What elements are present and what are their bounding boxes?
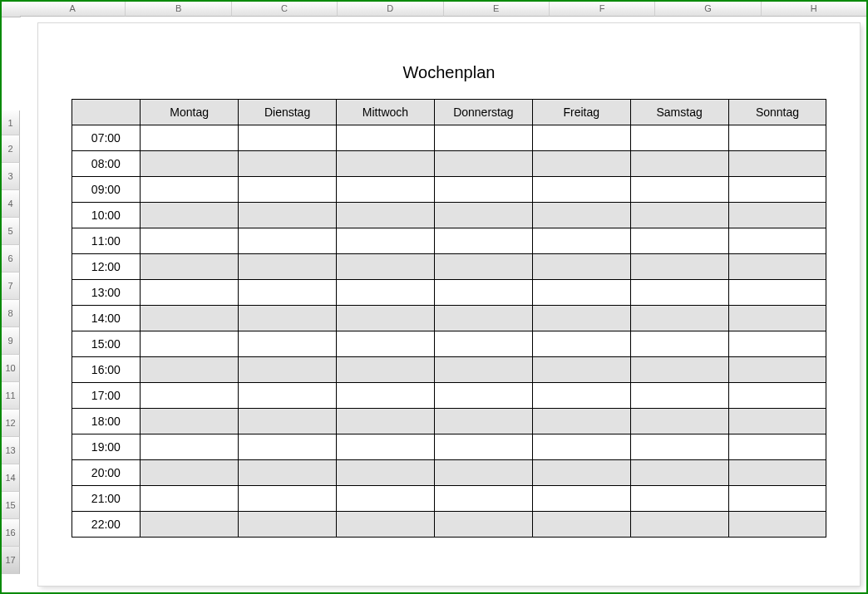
- plan-cell[interactable]: [337, 512, 435, 538]
- plan-cell[interactable]: [239, 203, 337, 228]
- plan-cell[interactable]: [728, 434, 826, 460]
- plan-cell[interactable]: [630, 280, 728, 306]
- time-cell[interactable]: 21:00: [72, 486, 141, 512]
- plan-cell[interactable]: [337, 434, 435, 460]
- plan-cell[interactable]: [141, 331, 239, 357]
- plan-cell[interactable]: [532, 125, 630, 151]
- plan-cell[interactable]: [630, 331, 728, 357]
- plan-cell[interactable]: [434, 254, 532, 280]
- plan-cell[interactable]: [337, 460, 435, 486]
- plan-cell[interactable]: [532, 228, 630, 254]
- plan-cell[interactable]: [141, 357, 239, 383]
- plan-cell[interactable]: [630, 486, 728, 512]
- plan-cell[interactable]: [141, 280, 239, 306]
- column-header[interactable]: F: [550, 2, 655, 17]
- plan-cell[interactable]: [434, 125, 532, 151]
- plan-cell[interactable]: [141, 460, 239, 486]
- plan-cell[interactable]: [141, 486, 239, 512]
- plan-cell[interactable]: [434, 434, 532, 460]
- plan-cell[interactable]: [728, 203, 826, 228]
- plan-cell[interactable]: [141, 203, 239, 228]
- plan-cell[interactable]: [434, 306, 532, 331]
- plan-cell[interactable]: [337, 409, 435, 434]
- plan-cell[interactable]: [434, 409, 532, 434]
- plan-cell[interactable]: [141, 177, 239, 203]
- plan-cell[interactable]: [239, 331, 337, 357]
- plan-cell[interactable]: [141, 434, 239, 460]
- plan-cell[interactable]: [728, 280, 826, 306]
- plan-cell[interactable]: [532, 280, 630, 306]
- plan-cell[interactable]: [532, 460, 630, 486]
- time-cell[interactable]: 09:00: [72, 177, 141, 203]
- time-cell[interactable]: 17:00: [72, 383, 141, 409]
- row-header[interactable]: 13: [2, 437, 20, 464]
- plan-cell[interactable]: [630, 203, 728, 228]
- plan-cell[interactable]: [141, 383, 239, 409]
- plan-cell[interactable]: [630, 409, 728, 434]
- time-cell[interactable]: 16:00: [72, 357, 141, 383]
- plan-cell[interactable]: [630, 151, 728, 177]
- plan-cell[interactable]: [630, 357, 728, 383]
- select-all-corner[interactable]: [2, 2, 21, 17]
- plan-cell[interactable]: [239, 409, 337, 434]
- plan-cell[interactable]: [728, 331, 826, 357]
- plan-cell[interactable]: [630, 228, 728, 254]
- plan-cell[interactable]: [532, 203, 630, 228]
- plan-cell[interactable]: [728, 125, 826, 151]
- row-header[interactable]: 16: [2, 519, 20, 547]
- plan-cell[interactable]: [434, 383, 532, 409]
- column-header[interactable]: E: [444, 2, 550, 17]
- row-header[interactable]: 17: [2, 547, 20, 574]
- plan-cell[interactable]: [141, 254, 239, 280]
- plan-cell[interactable]: [532, 357, 630, 383]
- time-cell[interactable]: 10:00: [72, 203, 141, 228]
- time-cell[interactable]: 11:00: [72, 228, 141, 254]
- plan-cell[interactable]: [239, 280, 337, 306]
- time-cell[interactable]: 13:00: [72, 280, 141, 306]
- plan-cell[interactable]: [532, 486, 630, 512]
- plan-cell[interactable]: [728, 357, 826, 383]
- plan-cell[interactable]: [630, 460, 728, 486]
- plan-cell[interactable]: [434, 151, 532, 177]
- time-cell[interactable]: 22:00: [72, 512, 141, 538]
- time-cell[interactable]: 18:00: [72, 409, 141, 434]
- plan-cell[interactable]: [630, 177, 728, 203]
- plan-cell[interactable]: [239, 228, 337, 254]
- plan-cell[interactable]: [532, 177, 630, 203]
- plan-cell[interactable]: [532, 409, 630, 434]
- plan-cell[interactable]: [239, 151, 337, 177]
- plan-cell[interactable]: [728, 486, 826, 512]
- plan-cell[interactable]: [434, 512, 532, 538]
- plan-cell[interactable]: [239, 383, 337, 409]
- plan-cell[interactable]: [239, 512, 337, 538]
- plan-cell[interactable]: [141, 512, 239, 538]
- plan-cell[interactable]: [337, 254, 435, 280]
- row-header[interactable]: 4: [2, 190, 20, 218]
- plan-cell[interactable]: [630, 383, 728, 409]
- plan-cell[interactable]: [532, 151, 630, 177]
- column-header[interactable]: G: [655, 2, 761, 17]
- plan-cell[interactable]: [434, 177, 532, 203]
- plan-cell[interactable]: [434, 331, 532, 357]
- time-cell[interactable]: 07:00: [72, 125, 141, 151]
- plan-cell[interactable]: [532, 512, 630, 538]
- row-header[interactable]: 14: [2, 464, 20, 492]
- plan-cell[interactable]: [728, 228, 826, 254]
- plan-cell[interactable]: [630, 254, 728, 280]
- plan-cell[interactable]: [337, 306, 435, 331]
- plan-cell[interactable]: [630, 125, 728, 151]
- row-header[interactable]: 8: [2, 300, 20, 327]
- plan-cell[interactable]: [239, 460, 337, 486]
- row-header[interactable]: 5: [2, 218, 20, 245]
- time-cell[interactable]: 20:00: [72, 460, 141, 486]
- column-header[interactable]: H: [762, 2, 866, 17]
- plan-cell[interactable]: [728, 512, 826, 538]
- column-header[interactable]: C: [232, 2, 338, 17]
- plan-cell[interactable]: [532, 434, 630, 460]
- plan-cell[interactable]: [337, 151, 435, 177]
- plan-cell[interactable]: [630, 306, 728, 331]
- plan-cell[interactable]: [434, 203, 532, 228]
- time-cell[interactable]: 08:00: [72, 151, 141, 177]
- plan-cell[interactable]: [141, 125, 239, 151]
- plan-cell[interactable]: [239, 357, 337, 383]
